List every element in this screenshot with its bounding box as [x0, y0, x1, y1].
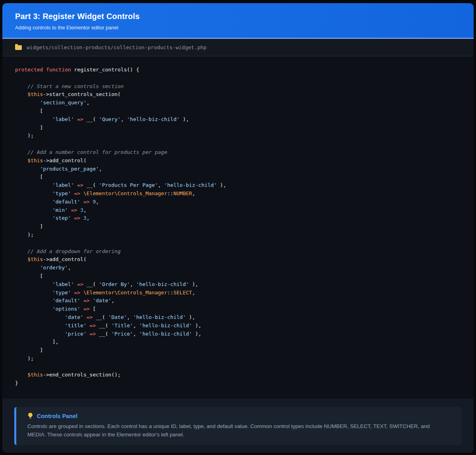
code-line: $this->end_controls_section(); — [15, 371, 461, 379]
code-line: 'type' => \Elementor\Controls_Manager::S… — [15, 289, 461, 297]
code-line — [15, 239, 461, 248]
tip-callout: Controls Panel Controls are grouped in s… — [14, 407, 462, 445]
folder-icon — [15, 45, 22, 50]
tip-header: Controls Panel — [27, 413, 452, 419]
code-line: ] — [15, 223, 461, 231]
tip-title: Controls Panel — [37, 413, 77, 419]
note-section: Controls Panel Controls are grouped in s… — [2, 399, 474, 453]
tutorial-card: Part 3: Register Widget Controls Adding … — [2, 3, 474, 453]
code-line: ); — [15, 355, 461, 363]
code-line: 'step' => 3, — [15, 214, 461, 223]
code-line: [ — [15, 173, 461, 181]
code-line — [15, 140, 461, 148]
lightbulb-icon — [27, 413, 33, 419]
code-line: } — [15, 379, 461, 388]
code-line: ); — [15, 231, 461, 239]
code-line: $this->add_control( — [15, 255, 461, 264]
code-line — [15, 363, 461, 371]
code-line — [15, 74, 461, 83]
file-path: widgets/collection-products/collection-p… — [27, 44, 207, 50]
file-path-bar: widgets/collection-products/collection-p… — [2, 39, 474, 56]
code-line: ] — [15, 124, 461, 132]
code-line: [ — [15, 107, 461, 115]
code-line: 'type' => \Elementor\Controls_Manager::N… — [15, 190, 461, 198]
code-line: ], — [15, 338, 461, 346]
code-line: $this->start_controls_section( — [15, 90, 461, 99]
code-line: 'default' => 'date', — [15, 297, 461, 305]
code-line: 'orderby', — [15, 264, 461, 272]
code-line: 'label' => __( 'Query', 'hello-biz-child… — [15, 115, 461, 124]
code-line: // Add a dropdown for ordering — [15, 248, 461, 256]
page-subtitle: Adding controls to the Elementor editor … — [15, 25, 461, 31]
code-line: protected function register_controls() { — [15, 66, 461, 74]
code-line: ); — [15, 132, 461, 140]
code-line: 'options' => [ — [15, 305, 461, 313]
code-line: 'default' => 9, — [15, 198, 461, 206]
page-title: Part 3: Register Widget Controls — [15, 12, 461, 21]
code-line: 'price' => __( 'Price', 'hello-biz-child… — [15, 330, 461, 338]
page-header: Part 3: Register Widget Controls Adding … — [2, 3, 474, 39]
code-line: 'label' => __( 'Products Per Page', 'hel… — [15, 181, 461, 190]
code-line: 'title' => __( 'Title', 'hello-biz-child… — [15, 322, 461, 330]
code-line: // Start a new controls section — [15, 83, 461, 91]
code-line: [ — [15, 272, 461, 280]
code-line: 'label' => __( 'Order By', 'hello-biz-ch… — [15, 280, 461, 289]
code-block: protected function register_controls() {… — [2, 56, 474, 399]
code-line: 'min' => 3, — [15, 206, 461, 215]
code-line: $this->add_control( — [15, 157, 461, 165]
tip-body: Controls are grouped in sections. Each c… — [27, 422, 448, 439]
code-line: 'date' => __( 'Date', 'hello-biz-child' … — [15, 313, 461, 322]
code-line: ] — [15, 346, 461, 355]
code-line: // Add a number control for products per… — [15, 148, 461, 157]
code-line: 'section_query', — [15, 99, 461, 107]
code-line: 'products_per_page', — [15, 165, 461, 173]
